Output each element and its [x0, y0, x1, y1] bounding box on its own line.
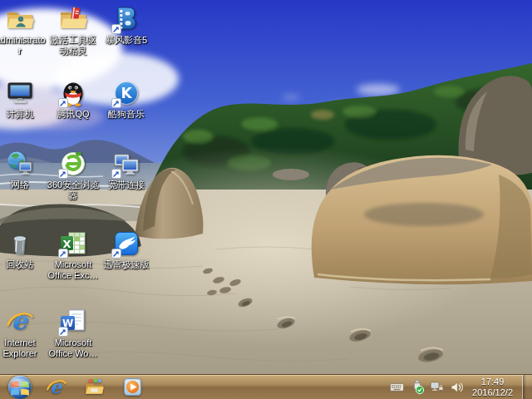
360-browser-icon — [59, 150, 87, 178]
show-desktop-button[interactable] — [522, 375, 532, 399]
user-folder-icon — [6, 5, 34, 33]
desktop-icon-network-globe[interactable]: 网络 — [0, 150, 47, 190]
clock-time: 17:49 — [481, 377, 505, 387]
desktop-icon-label: 激活工具驱动精灵 — [47, 35, 100, 57]
internet-explorer-icon: e — [6, 308, 34, 336]
desktop-icon-computer[interactable]: 计算机 — [0, 79, 47, 120]
kugou-music-icon: K — [112, 79, 140, 107]
tools-folder-icon — [59, 5, 87, 33]
taskbar-pinned-apps: e — [37, 375, 151, 399]
desktop-icon-recycle-bin[interactable]: 回收站 — [0, 229, 47, 270]
svg-text:e: e — [50, 377, 62, 397]
windows-explorer-icon — [84, 377, 105, 397]
desktop-icon-internet-explorer[interactable]: eInternet Explorer — [0, 308, 47, 359]
windows-media-player-icon — [122, 377, 143, 397]
desktop-icon-excel[interactable]: XMicrosoft Office Exc… — [47, 229, 100, 281]
desktop-icon-label: Internet Explorer — [0, 337, 47, 359]
desktop-icon-kugou-music[interactable]: K酷狗音乐 — [100, 79, 153, 120]
desktop-icon-user-folder[interactable]: Administrator — [0, 5, 47, 57]
shortcut-arrow-icon — [58, 327, 68, 337]
windows-logo-icon — [8, 376, 32, 399]
shortcut-arrow-icon — [111, 169, 121, 179]
input-method-keyboard-icon[interactable] — [389, 379, 405, 395]
svg-text:e: e — [11, 308, 28, 335]
taskbar-button-internet-explorer[interactable]: e — [37, 375, 75, 399]
shortcut-arrow-icon — [111, 24, 121, 34]
computer-icon — [6, 79, 34, 107]
taskbar-button-windows-media-player[interactable] — [113, 375, 151, 399]
broadband-icon — [112, 150, 140, 178]
desktop-icon-label: 酷狗音乐 — [108, 109, 145, 120]
desktop-icon-label: 回收站 — [7, 259, 34, 270]
desktop-icon-broadband[interactable]: 宽带连接 — [100, 150, 153, 190]
excel-icon: X — [59, 229, 87, 258]
shortcut-arrow-icon — [111, 98, 121, 108]
word-icon: W — [59, 308, 87, 336]
desktop-icon-label: 迅雷极速版 — [104, 259, 150, 270]
system-tray: 17:49 2016/12/2 — [389, 375, 532, 399]
tray-icons — [389, 379, 465, 395]
network-status-icon[interactable] — [429, 379, 445, 395]
volume-icon[interactable] — [449, 379, 465, 395]
taskbar: e 17:49 2016/12/2 — [0, 374, 532, 399]
desktop-icon-label: 360安全浏览器 — [47, 180, 100, 201]
shortcut-arrow-icon — [58, 249, 68, 259]
desktop-icon-label: 计算机 — [7, 109, 34, 120]
svg-text:K: K — [121, 85, 132, 101]
desktop-icon-label: Microsoft Office Exc… — [47, 259, 100, 281]
network-globe-icon — [6, 150, 34, 178]
taskbar-button-windows-explorer[interactable] — [75, 375, 113, 399]
usb-safely-remove-icon[interactable] — [409, 379, 425, 395]
desktop-icon-label: 宽带连接 — [108, 180, 145, 190]
start-button[interactable] — [8, 376, 32, 399]
desktop-icon-grid: Administrator激活工具驱动精灵暴风影音5计算机腾讯QQK酷狗音乐网络… — [0, 0, 532, 374]
desktop[interactable]: Administrator激活工具驱动精灵暴风影音5计算机腾讯QQK酷狗音乐网络… — [0, 0, 532, 399]
clock[interactable]: 17:49 2016/12/2 — [469, 375, 518, 399]
desktop-icon-label: 网络 — [11, 180, 29, 190]
thunder-icon — [112, 229, 140, 258]
recycle-bin-icon — [6, 229, 34, 258]
desktop-icon-baofeng-player[interactable]: 暴风影音5 — [100, 5, 153, 46]
desktop-icon-label: Administrator — [0, 35, 47, 57]
desktop-icon-qq-penguin[interactable]: 腾讯QQ — [47, 79, 100, 120]
internet-explorer-icon: e — [46, 377, 66, 397]
desktop-icon-label: Microsoft Office Wo… — [47, 337, 100, 359]
baofeng-player-icon — [112, 5, 140, 33]
clock-date: 2016/12/2 — [472, 387, 513, 398]
shortcut-arrow-icon — [58, 98, 68, 108]
desktop-icon-360-browser[interactable]: 360安全浏览器 — [47, 150, 100, 201]
shortcut-arrow-icon — [58, 169, 68, 179]
desktop-icon-label: 腾讯QQ — [57, 109, 89, 120]
desktop-icon-word[interactable]: WMicrosoft Office Wo… — [47, 308, 100, 359]
desktop-icon-label: 暴风影音5 — [106, 35, 147, 46]
desktop-icon-tools-folder[interactable]: 激活工具驱动精灵 — [47, 5, 100, 57]
shortcut-arrow-icon — [111, 249, 121, 259]
desktop-icon-thunder[interactable]: 迅雷极速版 — [100, 229, 153, 270]
qq-penguin-icon — [59, 79, 87, 107]
